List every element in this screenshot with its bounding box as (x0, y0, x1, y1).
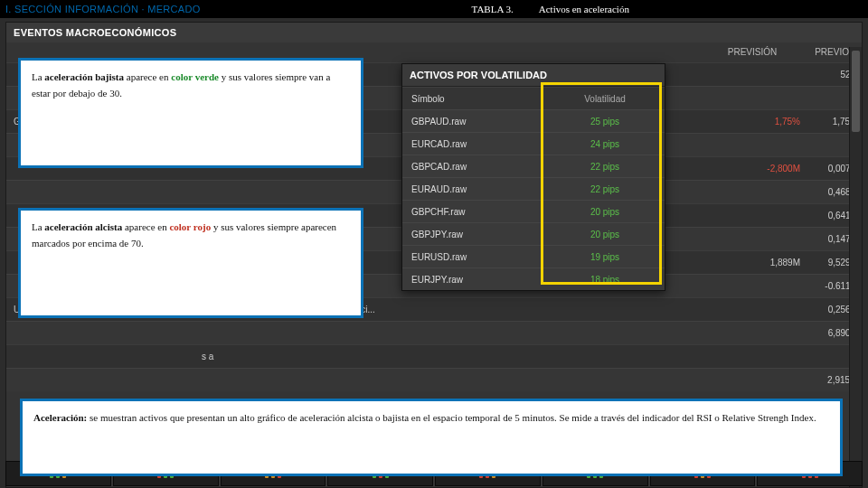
scrollbar[interactable] (849, 47, 862, 487)
subtitle: Activos en aceleración (539, 4, 629, 14)
volatility-row[interactable]: GBPCAD.raw22 pips (402, 155, 665, 177)
volatility-row[interactable]: GBPAUD.raw25 pips (402, 109, 665, 132)
volatility-header-row: Símbolo Volatilidad (402, 87, 665, 109)
table-label: TABLA 3. (472, 4, 514, 14)
volatility-row[interactable]: EURCAD.raw24 pips (402, 132, 665, 155)
volatility-title: ACTIVOS POR VOLATILIDAD (402, 64, 665, 87)
section-label: I. SECCIÓN INFORMACIÓN · MERCADO (5, 4, 201, 14)
callout-aceleracion: Aceleración: se muestran activos que pre… (20, 399, 843, 476)
volatility-row[interactable]: EURUSD.raw19 pips (402, 245, 665, 267)
col-prevision: PREVISIÓN (728, 47, 777, 57)
volatility-row[interactable]: EURJPY.raw18 pips (402, 267, 665, 290)
panel-title: EVENTOS MACROECONÓMICOS (6, 23, 862, 42)
volatility-row[interactable]: EURAUD.raw22 pips (402, 177, 665, 200)
column-headers: PREVISIÓN PREVIO (728, 47, 849, 57)
col-previo: PREVIO (815, 47, 849, 57)
callout-alcista: La aceleración alcista aparece en color … (18, 208, 363, 318)
volatility-row[interactable]: GBPCHF.raw20 pips (402, 200, 665, 222)
callout-bajista: La aceleración bajista aparece en color … (18, 58, 363, 168)
event-row[interactable]: 2,915% (6, 368, 862, 391)
volatility-row[interactable]: GBPJPY.raw20 pips (402, 222, 665, 245)
vol-col-symbol: Símbolo (402, 94, 545, 104)
vol-col-value: Volatilidad (545, 94, 665, 104)
volatility-popup: ACTIVOS POR VOLATILIDAD Símbolo Volatili… (401, 63, 665, 291)
slide-header: I. SECCIÓN INFORMACIÓN · MERCADO TABLA 3… (0, 0, 868, 18)
screenshot-canvas: EVENTOS MACROECONÓMICOS PREVISIÓN PREVIO… (0, 18, 868, 488)
event-row[interactable]: 6,890M (6, 321, 862, 344)
event-row[interactable]: s a (6, 344, 862, 368)
scrollbar-thumb[interactable] (852, 51, 860, 132)
